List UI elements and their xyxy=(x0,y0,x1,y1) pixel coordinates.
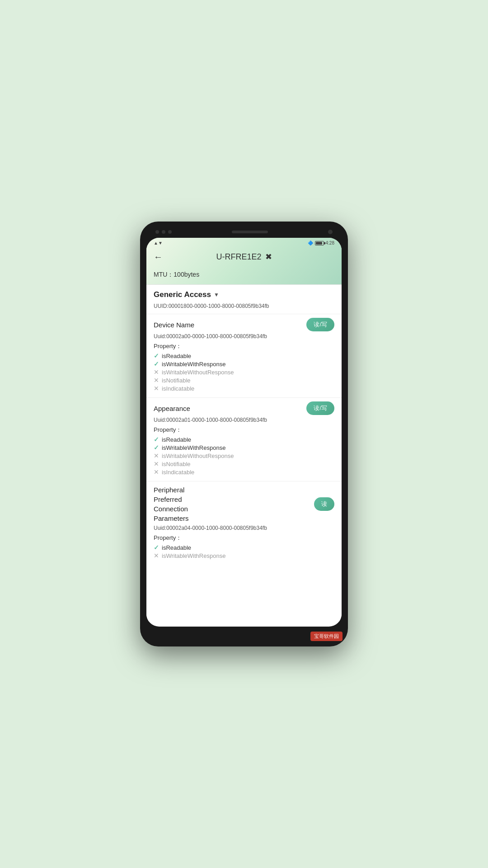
prop-isWritableWithoutResponse-1: ✕ isWritableWithoutResponse xyxy=(154,368,334,376)
prop-text-7: isWritableWithResponse xyxy=(162,444,225,451)
prop-isWritableWithResponse-1: ✓ isWritableWithResponse xyxy=(154,360,334,368)
phone-outer: ▲▼ 🔷 4:28 ← U-RFRE1E2 ✖ MTU： xyxy=(140,222,348,646)
back-button[interactable]: ← xyxy=(154,252,163,262)
prop-text-11: isReadable xyxy=(162,544,191,551)
prop-isWritableWithResponse-3: ✕ isWritableWithResponse xyxy=(154,552,334,559)
characteristic-appearance: Appearance 读/写 Uuid:00002a01-0000-1000-8… xyxy=(146,397,342,481)
prop-isIndicatable-2: ✕ isIndicatable xyxy=(154,468,334,476)
prop-cross-icon-6: ✕ xyxy=(154,468,159,476)
service-name: Generic Access xyxy=(154,290,211,299)
watermark: 宝哥软件园 xyxy=(310,632,343,641)
property-label-2: Property： xyxy=(154,426,334,434)
phone-speaker xyxy=(232,231,268,233)
battery-indicator xyxy=(315,241,324,245)
phone-camera xyxy=(328,230,333,234)
status-bar: ▲▼ 🔷 4:28 xyxy=(146,238,342,247)
prop-cross-icon-3: ✕ xyxy=(154,385,159,392)
prop-text-12: isWritableWithResponse xyxy=(162,552,225,559)
prop-cross-icon-2: ✕ xyxy=(154,377,159,384)
nav-bar: ← U-RFRE1E2 ✖ xyxy=(146,247,342,267)
time-display: 4:28 xyxy=(326,241,334,245)
prop-check-icon-4: ✓ xyxy=(154,444,159,451)
prop-text-3: isWritableWithoutResponse xyxy=(162,369,234,376)
prop-check-icon-2: ✓ xyxy=(154,360,159,368)
phone-top-bar xyxy=(146,228,342,238)
screen-header: ▲▼ 🔷 4:28 ← U-RFRE1E2 ✖ MTU： xyxy=(146,238,342,285)
char-name-appearance: Appearance xyxy=(154,405,190,412)
prop-isReadable-2: ✓ isReadable xyxy=(154,436,334,443)
prop-text-6: isReadable xyxy=(162,436,191,443)
service-header: Generic Access ▼ xyxy=(146,285,342,302)
phone-dots-left xyxy=(155,230,172,234)
prop-cross-icon-4: ✕ xyxy=(154,452,159,459)
prop-text-1: isReadable xyxy=(162,353,191,359)
prop-text-4: isNotifiable xyxy=(162,377,191,384)
prop-check-icon-5: ✓ xyxy=(154,544,159,551)
prop-isWritableWithResponse-2: ✓ isWritableWithResponse xyxy=(154,444,334,451)
char-button-peripheral[interactable]: 读 xyxy=(314,497,334,511)
char-button-appearance[interactable]: 读/写 xyxy=(306,401,334,415)
prop-isWritableWithoutResponse-2: ✕ isWritableWithoutResponse xyxy=(154,452,334,459)
nav-title: U-RFRE1E2 ✖ xyxy=(216,252,272,262)
property-label-1: Property： xyxy=(154,342,334,350)
prop-isNotifiable-2: ✕ isNotifiable xyxy=(154,460,334,467)
service-dropdown-arrow[interactable]: ▼ xyxy=(214,292,219,298)
char-header-device-name: Device Name 读/写 xyxy=(154,318,334,331)
property-label-3: Property： xyxy=(154,534,334,542)
prop-text-2: isWritableWithResponse xyxy=(162,361,225,368)
bluetooth-nav-icon: ✖ xyxy=(265,252,272,262)
char-header-peripheral: PeripheralPreferredConnectionParameters … xyxy=(154,485,334,523)
char-uuid-appearance: Uuid:00002a01-0000-1000-8000-00805f9b34f… xyxy=(154,417,334,423)
characteristic-device-name: Device Name 读/写 Uuid:00002a00-0000-1000-… xyxy=(146,314,342,397)
prop-text-10: isIndicatable xyxy=(162,469,194,476)
char-uuid-device-name: Uuid:00002a00-0000-1000-8000-00805f9b34f… xyxy=(154,333,334,340)
bluetooth-status-icon: 🔷 xyxy=(308,241,313,245)
service-uuid: UUID:00001800-0000-1000-8000-00805f9b34f… xyxy=(146,302,342,314)
prop-text-9: isNotifiable xyxy=(162,461,191,467)
prop-cross-icon-1: ✕ xyxy=(154,368,159,376)
prop-cross-icon-7: ✕ xyxy=(154,552,159,559)
prop-cross-icon-5: ✕ xyxy=(154,460,159,467)
char-name-peripheral: PeripheralPreferredConnectionParameters xyxy=(154,485,189,523)
signal-icon: ▲▼ xyxy=(154,241,163,245)
screen-content[interactable]: Generic Access ▼ UUID:00001800-0000-1000… xyxy=(146,285,342,621)
prop-text-5: isIndicatable xyxy=(162,385,194,392)
prop-check-icon-1: ✓ xyxy=(154,352,159,359)
prop-isIndicatable-1: ✕ isIndicatable xyxy=(154,385,334,392)
device-title: U-RFRE1E2 xyxy=(216,252,261,262)
prop-text-8: isWritableWithoutResponse xyxy=(162,453,234,459)
char-button-device-name[interactable]: 读/写 xyxy=(306,318,334,331)
prop-check-icon-3: ✓ xyxy=(154,436,159,443)
char-header-appearance: Appearance 读/写 xyxy=(154,401,334,415)
characteristic-peripheral: PeripheralPreferredConnectionParameters … xyxy=(146,481,342,565)
phone-screen: ▲▼ 🔷 4:28 ← U-RFRE1E2 ✖ MTU： xyxy=(146,238,342,627)
mtu-label: MTU：100bytes xyxy=(154,271,199,278)
prop-isReadable-3: ✓ isReadable xyxy=(154,544,334,551)
prop-isNotifiable-1: ✕ isNotifiable xyxy=(154,377,334,384)
mtu-bar: MTU：100bytes xyxy=(146,267,342,285)
prop-isReadable-1: ✓ isReadable xyxy=(154,352,334,359)
status-right: 🔷 4:28 xyxy=(308,241,334,245)
char-name-device-name: Device Name xyxy=(154,321,194,329)
char-uuid-peripheral: Uuid:00002a04-0000-1000-8000-00805f9b34f… xyxy=(154,525,334,531)
